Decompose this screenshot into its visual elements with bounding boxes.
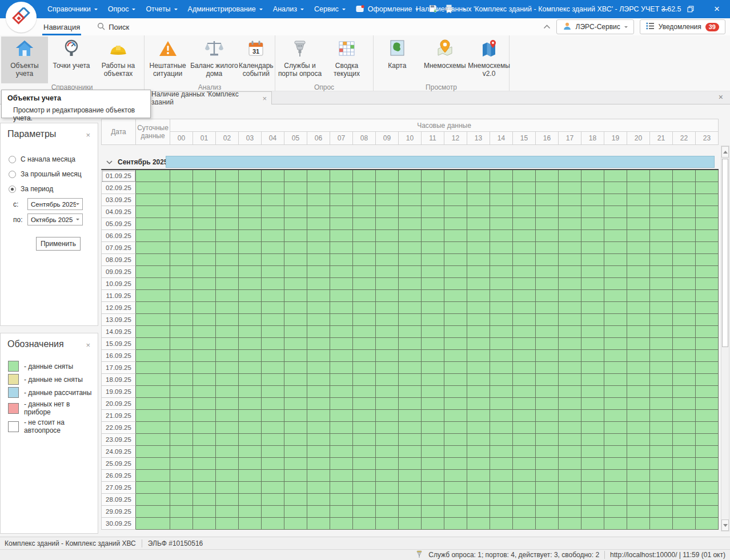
data-cell[interactable] — [376, 374, 399, 386]
data-cell[interactable] — [467, 170, 490, 182]
data-cell[interactable] — [262, 338, 284, 350]
data-cell[interactable] — [284, 350, 307, 362]
data-cell[interactable] — [696, 518, 719, 530]
data-cell[interactable] — [330, 362, 353, 374]
data-cell[interactable] — [330, 278, 353, 290]
data-cell[interactable] — [627, 170, 650, 182]
data-cell[interactable] — [353, 374, 376, 386]
data-cell[interactable] — [490, 410, 513, 422]
daily-data-cell[interactable] — [136, 518, 170, 530]
data-cell[interactable] — [673, 194, 696, 206]
data-cell[interactable] — [307, 242, 330, 254]
data-cell[interactable] — [399, 362, 422, 374]
data-cell[interactable] — [696, 206, 719, 218]
data-cell[interactable] — [604, 290, 627, 302]
data-cell[interactable] — [673, 206, 696, 218]
data-cell[interactable] — [422, 362, 444, 374]
data-cell[interactable] — [559, 410, 581, 422]
data-cell[interactable] — [193, 362, 216, 374]
data-cell[interactable] — [330, 302, 353, 314]
data-cell[interactable] — [581, 410, 604, 422]
data-cell[interactable] — [513, 290, 536, 302]
menu-spravochniki[interactable]: Справочники — [42, 0, 103, 18]
data-cell[interactable] — [559, 230, 581, 242]
data-cell[interactable] — [627, 398, 650, 410]
data-cell[interactable] — [513, 242, 536, 254]
daily-data-cell[interactable] — [136, 194, 170, 206]
data-cell[interactable] — [536, 458, 559, 470]
radio-circle-icon[interactable] — [9, 171, 16, 178]
data-cell[interactable] — [376, 266, 399, 278]
data-cell[interactable] — [422, 446, 444, 458]
data-cell[interactable] — [696, 470, 719, 482]
data-cell[interactable] — [627, 446, 650, 458]
data-cell[interactable] — [353, 410, 376, 422]
data-cell[interactable] — [444, 206, 467, 218]
building-balance-button[interactable]: Баланс жилого дома — [190, 37, 238, 83]
data-cell[interactable] — [536, 206, 559, 218]
data-cell[interactable] — [170, 434, 193, 446]
chevron-down-icon[interactable] — [106, 158, 113, 166]
data-cell[interactable] — [536, 374, 559, 386]
document-tab[interactable]: Наличие данных 'Комплекс зданий × — [146, 91, 272, 104]
data-cell[interactable] — [513, 182, 536, 194]
data-cell[interactable] — [513, 494, 536, 506]
data-cell[interactable] — [170, 398, 193, 410]
data-cell[interactable] — [604, 254, 627, 266]
data-cell[interactable] — [536, 230, 559, 242]
data-cell[interactable] — [673, 470, 696, 482]
data-cell[interactable] — [239, 266, 262, 278]
data-cell[interactable] — [627, 422, 650, 434]
data-cell[interactable] — [581, 194, 604, 206]
data-cell[interactable] — [581, 242, 604, 254]
data-cell[interactable] — [376, 302, 399, 314]
data-cell[interactable] — [536, 482, 559, 494]
data-cell[interactable] — [467, 182, 490, 194]
data-cell[interactable] — [262, 302, 284, 314]
data-cell[interactable] — [581, 470, 604, 482]
data-cell[interactable] — [262, 350, 284, 362]
data-cell[interactable] — [696, 350, 719, 362]
data-cell[interactable] — [399, 506, 422, 518]
to-month-select[interactable]: Октябрь 2025 — [27, 213, 83, 225]
data-cell[interactable] — [216, 374, 239, 386]
data-cell[interactable] — [262, 218, 284, 230]
data-cell[interactable] — [262, 446, 284, 458]
data-cell[interactable] — [513, 410, 536, 422]
date-cell[interactable]: 19.09.25 — [102, 386, 136, 398]
data-cell[interactable] — [673, 422, 696, 434]
data-cell[interactable] — [673, 254, 696, 266]
data-cell[interactable] — [399, 182, 422, 194]
mnemoschemes-button[interactable]: Мнемосхемы — [420, 37, 470, 83]
data-cell[interactable] — [216, 326, 239, 338]
mnemoschemes-v2-button[interactable]: Мнемосхемы v2.0 — [470, 37, 508, 83]
data-cell[interactable] — [422, 230, 444, 242]
data-cell[interactable] — [216, 338, 239, 350]
date-cell[interactable]: 09.09.25 — [102, 266, 136, 278]
date-cell[interactable]: 07.09.25 — [102, 242, 136, 254]
data-cell[interactable] — [444, 518, 467, 530]
data-cell[interactable] — [559, 458, 581, 470]
data-cell[interactable] — [376, 254, 399, 266]
daily-data-cell[interactable] — [136, 410, 170, 422]
data-cell[interactable] — [536, 494, 559, 506]
data-cell[interactable] — [216, 482, 239, 494]
data-cell[interactable] — [193, 326, 216, 338]
data-cell[interactable] — [170, 194, 193, 206]
data-cell[interactable] — [650, 506, 673, 518]
data-cell[interactable] — [513, 482, 536, 494]
data-cell[interactable] — [467, 398, 490, 410]
data-cell[interactable] — [330, 290, 353, 302]
data-cell[interactable] — [513, 254, 536, 266]
data-cell[interactable] — [490, 482, 513, 494]
data-cell[interactable] — [696, 374, 719, 386]
data-cell[interactable] — [376, 362, 399, 374]
data-cell[interactable] — [353, 218, 376, 230]
data-cell[interactable] — [581, 386, 604, 398]
data-cell[interactable] — [284, 422, 307, 434]
data-cell[interactable] — [696, 302, 719, 314]
data-cell[interactable] — [604, 242, 627, 254]
data-cell[interactable] — [239, 434, 262, 446]
data-cell[interactable] — [650, 182, 673, 194]
data-cell[interactable] — [650, 170, 673, 182]
